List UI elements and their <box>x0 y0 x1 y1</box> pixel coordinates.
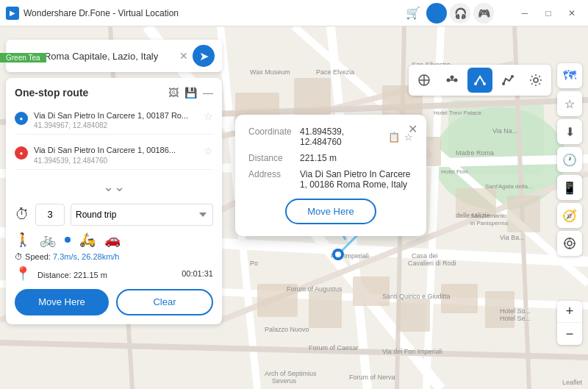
svg-text:Madre Roma: Madre Roma <box>456 149 494 157</box>
google-maps-btn[interactable]: 🗺 <box>557 63 582 88</box>
route-save-icon[interactable]: 💾 <box>184 87 197 99</box>
route-coord-2: 41.394539, 12.484760 <box>34 157 204 165</box>
route-dot-red: ● <box>15 146 28 160</box>
coordinate-text: 41.894539, 12.484760 <box>300 126 384 147</box>
popup-coordinate-row: Coordinate 41.894539, 12.484760 📋 ☆ <box>248 126 413 147</box>
route-item-1: ● Via Di San Pietro In Carcere 1, 00187 … <box>15 106 213 135</box>
trip-count-input[interactable] <box>35 204 65 226</box>
clock-history-icon: 🕐 <box>562 153 577 167</box>
svg-text:Forum of Caesar: Forum of Caesar <box>309 344 359 351</box>
trip-type-select[interactable]: Round trip One way <box>71 204 213 226</box>
move-here-button[interactable]: Move Here <box>15 289 109 315</box>
route-star-1[interactable]: ☆ <box>204 110 213 122</box>
star-icon: ☆ <box>564 97 575 111</box>
svg-text:Casa dei: Casa dei <box>412 252 438 260</box>
phone-icon: 📱 <box>562 181 577 195</box>
route-header: One-stop route 🖼 💾 — <box>15 87 213 99</box>
svg-text:Arch of Septimius: Arch of Septimius <box>265 370 317 377</box>
svg-text:Via dei Fori Imperiali: Via dei Fori Imperiali <box>382 348 442 355</box>
zoom-out-button[interactable]: − <box>557 323 582 345</box>
walk-icon[interactable]: 🚶 <box>15 232 31 248</box>
speed-value: 7.3m/s, 26.28km/h <box>53 252 120 261</box>
route-item-2: ● Via Di San Pietro In Carcere 1, 00186.… <box>15 140 213 169</box>
chevron-down-icon: ⌄⌄ <box>103 179 125 194</box>
svg-rect-29 <box>353 276 390 306</box>
svg-rect-28 <box>309 291 342 328</box>
popup-address-value: Via Di San Pietro In Carcere 1, 00186 Ro… <box>300 169 413 190</box>
top-toolbar <box>409 65 551 96</box>
green-tea-banner: Green Tea <box>0 53 46 63</box>
teleport-tool-btn[interactable] <box>412 68 437 93</box>
favorite-btn[interactable]: ☆ <box>557 91 582 116</box>
svg-text:Via Ba...: Via Ba... <box>500 234 525 241</box>
zoom-controls: + − <box>557 301 582 345</box>
svg-point-76 <box>483 82 486 85</box>
time-value: 00:01:31 <box>182 269 213 278</box>
user-icon-btn[interactable]: 👤 <box>426 3 447 24</box>
scooter-icon[interactable]: 🛵 <box>79 232 96 248</box>
target-icon <box>563 237 576 250</box>
popup-move-here-button[interactable]: Move Here <box>285 199 376 224</box>
svg-text:Forum of Nerva: Forum of Nerva <box>349 374 395 381</box>
route-star-2[interactable]: ☆ <box>204 145 213 157</box>
leaflet-attribution: Leaflet <box>562 379 582 386</box>
minimize-btn[interactable]: ─ <box>514 3 535 24</box>
headset-icon-btn[interactable]: 🎧 <box>450 3 470 24</box>
bike-icon[interactable]: 🚲 <box>40 232 56 248</box>
device-btn[interactable]: 📱 <box>557 175 582 200</box>
svg-point-78 <box>511 75 514 78</box>
zoom-in-button[interactable]: + <box>557 301 582 323</box>
clock-icon: ⏱ <box>15 206 29 223</box>
maximize-btn[interactable]: □ <box>538 3 559 24</box>
settings-tool-btn[interactable] <box>523 68 548 93</box>
route-address-2: Via Di San Pietro In Carcere 1, 00186... <box>34 145 204 156</box>
route-minimize-icon[interactable]: — <box>203 87 213 99</box>
svg-point-80 <box>564 238 575 249</box>
route-dot-blue: ● <box>15 112 28 125</box>
distance-row: 📍 Distance: 221.15 m 00:01:31 <box>15 265 213 282</box>
svg-text:Hotel So...: Hotel So... <box>500 307 531 315</box>
copy-icon[interactable]: 📋 <box>388 132 400 143</box>
svg-text:Wax Museum: Wax Museum <box>250 68 290 76</box>
close-btn[interactable]: ✕ <box>562 3 582 24</box>
center-btn[interactable] <box>557 231 582 256</box>
route-info-2: Via Di San Pietro In Carcere 1, 00186...… <box>34 145 204 164</box>
left-panel: Green Tea ✕ ➤ One-stop route 🖼 💾 — ● Via <box>0 26 228 389</box>
route-tool-btn[interactable] <box>440 68 465 93</box>
compass-icon: 🧭 <box>562 209 577 223</box>
svg-point-64 <box>335 251 341 257</box>
download-icon: ⬇ <box>565 125 575 139</box>
route-panel-title: One-stop route <box>15 87 168 99</box>
popup-address-row: Address Via Di San Pietro In Carcere 1, … <box>248 169 413 190</box>
cart-icon[interactable]: 🛒 <box>406 6 420 20</box>
game-icon-btn[interactable]: 🎮 <box>473 3 494 24</box>
svg-text:Hotel Trevi Palace: Hotel Trevi Palace <box>434 110 481 116</box>
location-popup: ✕ Coordinate 41.894539, 12.484760 📋 ☆ Di… <box>235 115 426 236</box>
route-image-icon[interactable]: 🖼 <box>168 87 179 99</box>
svg-rect-30 <box>397 299 430 332</box>
multistop-tool-btn[interactable] <box>495 68 520 93</box>
history-btn[interactable]: 🕐 <box>557 147 582 172</box>
right-toolbar: 🗺 ☆ ⬇ 🕐 📱 🧭 <box>557 63 582 256</box>
titlebar: ▶ Wondershare Dr.Fone - Virtual Location… <box>0 0 588 26</box>
popup-close-button[interactable]: ✕ <box>408 122 417 136</box>
download-btn[interactable]: ⬇ <box>557 119 582 144</box>
compass-btn[interactable]: 🧭 <box>557 203 582 228</box>
action-buttons: Move Here Clear <box>15 289 213 315</box>
app-icon: ▶ <box>6 7 19 20</box>
onestop-tool-btn[interactable] <box>467 68 492 93</box>
titlebar-actions: 🛒 👤 🎧 🎮 ─ □ ✕ <box>406 3 582 24</box>
google-maps-icon: 🗺 <box>563 68 576 84</box>
distance-label-popup: Distance <box>248 153 300 163</box>
svg-text:Forum of Augustus: Forum of Augustus <box>287 285 343 293</box>
main-container: Wax Museum Pace Elvezia San Silvestro al… <box>0 26 588 389</box>
clear-button[interactable]: Clear <box>116 289 213 315</box>
trip-controls: ⏱ Round trip One way <box>15 204 213 226</box>
svg-point-75 <box>474 82 477 85</box>
search-go-button[interactable]: ➤ <box>193 45 215 67</box>
car-icon[interactable]: 🚗 <box>104 232 121 248</box>
svg-text:Sant'Agata della...: Sant'Agata della... <box>485 183 533 190</box>
speed-dot-indicator <box>65 237 71 243</box>
svg-point-77 <box>502 82 505 85</box>
search-clear-icon[interactable]: ✕ <box>179 50 188 62</box>
